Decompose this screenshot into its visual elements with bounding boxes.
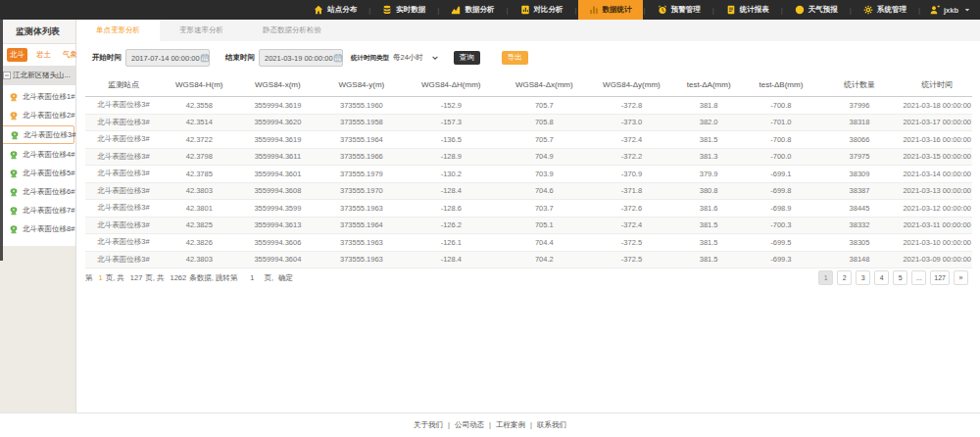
sidebar-item-label: 北斗表面位移7# [23,206,74,216]
sidebar-item[interactable]: 北斗表面位移4# [0,145,75,164]
collapse-icon[interactable] [3,72,11,79]
topbar-menu-label: 数据分析 [465,5,494,15]
analysis-tabs: 单点变形分析 变形速率分析 静态数据分析检验 [76,20,980,41]
table-row[interactable]: 北斗表面位移3# 42.3803 3559994.3608 373555.197… [85,182,972,200]
tree-root-label: 江北新区猪头山... [13,71,71,80]
topbar-menu-item[interactable]: 对比分析 [510,0,574,20]
topbar-menu-item[interactable]: 实时数据 [371,0,436,20]
table-row[interactable]: 北斗表面位移3# 42.3785 3559994.3601 373555.197… [85,166,972,183]
jump-page-input[interactable]: 1 [245,273,259,282]
page-buttons: 1 2 3 4 5 ... 127 [818,270,968,285]
sidebar-item-label: 北斗表面位移4# [23,150,74,160]
query-button[interactable]: 查询 [454,51,480,65]
sidebar-item[interactable]: 北斗表面位移7# [0,201,75,219]
sidebar-tab[interactable]: 气象 [60,48,80,62]
table-row[interactable]: 北斗表面位移3# 42.3803 3559994.3604 373555.196… [85,251,972,268]
page-button[interactable]: 2 [837,270,852,285]
end-time-input[interactable]: 2021-03-19 00:00:00 [259,49,343,67]
topbar-menu-item[interactable]: 数据分析 [440,0,505,20]
topbar-menu: 站点分布 实时数据 数据分析 [303,0,917,20]
table-row[interactable]: 北斗表面位移3# 42.3826 3559994.3606 373555.196… [85,234,972,252]
table-header-cell: WGS84-ΔH(mm) [405,76,498,97]
page-button[interactable]: 5 [893,270,907,285]
table-header-cell: 监测站点 [85,76,162,97]
footer: 关于我们 公司动态 工程案例 联系我们 [0,413,980,437]
sidebar-item[interactable]: 北斗表面位移6# [0,182,75,201]
sidebar-item[interactable]: 北斗表面位移2# [0,106,75,124]
sidebar-tab[interactable]: 北斗 [7,48,27,62]
page-button[interactable]: 4 [874,270,889,285]
table-body: 北斗表面位移3# 42.3558 3559994.3619 373555.196… [85,97,972,268]
sidebar-item[interactable]: 北斗表面位移1# [0,87,75,106]
data-table: 监测站点WGS84-H(m)WGS84-x(m)WGS84-y(m)WGS84-… [85,76,972,268]
analysis-tab[interactable]: 变形速率分析 [160,20,243,41]
topbar-menu-item[interactable]: 系统管理 [853,0,917,20]
content: 开始时间 2017-07-14 00:00:00 结束时间 2021-03-19… [76,41,980,413]
page-body: 监测体列表 北斗 岩土 气象 江北新区猪头山... 北斗表面 [0,20,980,413]
pagination: 第 1 页, 共 127 页, 共 1262 条数据, 跳转第 1 页, 确定 … [85,270,972,285]
satellite-icon [9,111,19,121]
satellite-icon [9,206,19,216]
sidebar-item-label: 北斗表面位移3# [24,130,75,140]
topbar-menu-item[interactable]: 天气预报 [784,0,849,20]
tree-root-node[interactable]: 江北新区猪头山... [0,66,75,85]
confirm-button[interactable]: 确定 [278,273,293,283]
user-menu[interactable]: jxkb [921,5,976,15]
topbar-menu-item[interactable]: 预警管理 [647,0,711,20]
topbar-menu-label: 系统管理 [877,5,906,15]
satellite-icon [9,187,19,197]
table-row[interactable]: 北斗表面位移3# 42.3798 3559994.3611 373555.196… [85,148,972,166]
table-row[interactable]: 北斗表面位移3# 42.3801 3559994.3599 373555.196… [85,200,972,218]
table-row[interactable]: 北斗表面位移3# 42.3722 3559994.3619 373555.196… [85,131,972,149]
stat-type-select[interactable]: 每24小时 [393,53,439,63]
sidebar-item-label: 北斗表面位移6# [23,187,74,197]
analysis-tab[interactable]: 静态数据分析检验 [243,20,341,41]
topbar-menu-label: 天气预报 [808,5,838,15]
footer-link[interactable]: 公司动态 [443,420,484,430]
sidebar-empty-area [0,246,75,413]
sidebar-tab[interactable]: 岩土 [33,48,54,62]
sidebar-item[interactable]: 北斗表面位移8# [0,219,75,238]
current-page: 1 [99,273,103,282]
topbar-menu-item[interactable]: 站点分布 [303,0,368,20]
main: 单点变形分析 变形速率分析 静态数据分析检验 开始时间 2017-07-14 0… [76,20,980,413]
sidebar-item[interactable]: 北斗表面位移3# [1,125,74,144]
footer-link[interactable]: 工程案例 [484,420,525,430]
table-header-cell: 统计时间 [902,76,972,97]
username: jxkb [944,6,958,15]
page-button[interactable]: 3 [856,270,870,285]
page-button[interactable]: 1 [818,270,833,285]
page-button[interactable]: 127 [930,270,950,285]
start-time-input[interactable]: 2017-07-14 00:00:00 [125,49,210,67]
topbar-menu-label: 预警管理 [671,5,701,15]
total-rows: 1262 [171,273,187,282]
topbar-menu-item[interactable]: 统计报表 [715,0,780,20]
table-row[interactable]: 北斗表面位移3# 42.3514 3559994.3620 373555.195… [85,114,972,131]
calendar-icon[interactable] [200,53,210,63]
sidebar-item-label: 北斗表面位移1# [23,92,74,102]
sidebar-item[interactable]: 北斗表面位移5# [0,164,75,182]
page-button[interactable]: ... [911,270,926,285]
analysis-tab[interactable]: 单点变形分析 [76,20,160,41]
sidebar-title: 监测体列表 [0,20,75,44]
calendar-icon[interactable] [333,53,343,63]
page-button[interactable]: » [954,270,968,285]
footer-link[interactable]: 联系我们 [525,420,566,430]
topbar-menu-label: 站点分布 [327,5,357,15]
table-header-cell: WGS84-Δy(mm) [591,76,672,97]
home-icon [314,5,323,15]
topbar-menu-item[interactable]: 数据统计 [578,0,643,20]
app: 站点分布 实时数据 数据分析 [0,0,980,437]
gear-icon [863,5,873,15]
line-chart-icon [451,5,461,15]
topbar-menu-label: 数据统计 [603,5,632,15]
footer-link[interactable]: 关于我们 [414,420,443,430]
table-header-cell: test-ΔA(mm) [672,76,745,97]
topbar-menu-label: 实时数据 [396,5,425,15]
export-button[interactable]: 导出 [502,51,528,65]
table-row[interactable]: 北斗表面位移3# 42.3825 3559994.3613 373555.196… [85,217,972,234]
table-header-cell: WGS84-H(m) [162,76,237,97]
topbar-menu-label: 对比分析 [534,5,564,15]
topbar: 站点分布 实时数据 数据分析 [0,0,980,20]
table-row[interactable]: 北斗表面位移3# 42.3558 3559994.3619 373555.196… [85,97,972,115]
